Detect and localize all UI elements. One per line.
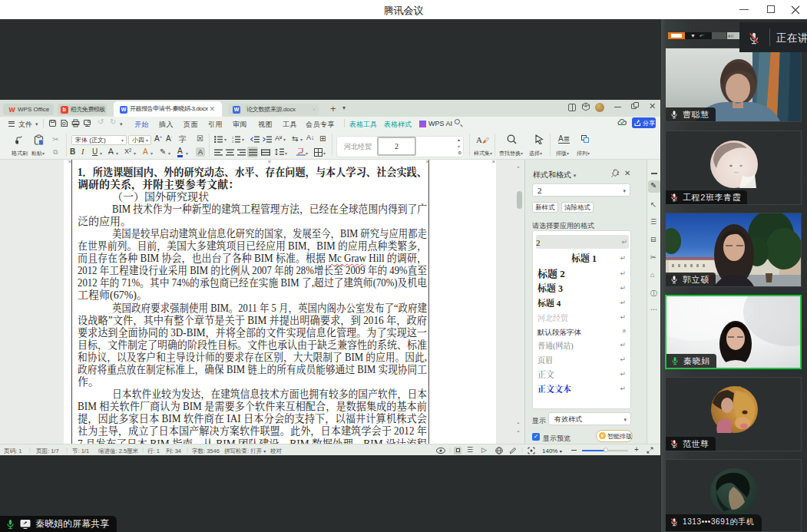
- svg-text:1: 1: [232, 136, 234, 140]
- svg-text:2: 2: [232, 140, 234, 143]
